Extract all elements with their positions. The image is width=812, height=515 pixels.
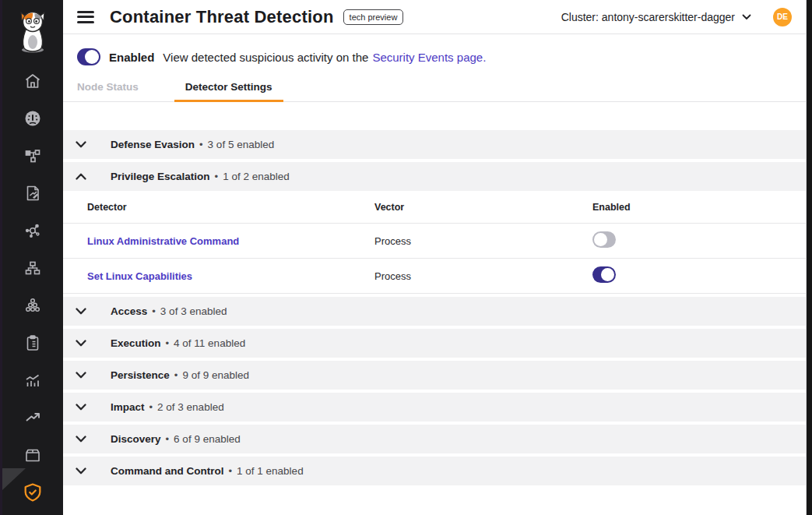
policies-document-icon: [23, 184, 42, 203]
accordion-section: Impact•2 of 3 enabled: [63, 393, 806, 422]
sidebar-item-service-graph[interactable]: [2, 137, 63, 175]
home-icon: [23, 72, 42, 90]
security-events-link[interactable]: Security Events page.: [372, 51, 486, 64]
sidebar-item-timeline[interactable]: [2, 362, 63, 399]
tech-preview-badge: tech preview: [343, 9, 404, 25]
column-header: Detector: [87, 202, 374, 213]
accordion-section: Command and Control•1 of 1 enabled: [63, 457, 806, 485]
sidebar-item-topology[interactable]: [2, 249, 63, 287]
accordion-header-access[interactable]: Access•3 of 3 enabled: [63, 297, 806, 326]
chevron-down-icon: [742, 14, 751, 20]
section-enabled-count: 3 of 3 enabled: [160, 305, 227, 317]
accordion-section: Execution•4 of 11 enabled: [63, 329, 806, 358]
accordion-header-privilege-escalation[interactable]: Privilege Escalation•1 of 2 enabled: [63, 162, 806, 191]
chevron-down-icon: [76, 340, 86, 347]
section-name: Persistence: [111, 369, 170, 381]
cluster-selector[interactable]: Cluster: antony-scarerskitter-dagger: [561, 11, 751, 23]
chevron-down-icon: [76, 372, 86, 379]
detector-enabled-toggle[interactable]: [592, 231, 616, 248]
section-name: Impact: [111, 401, 145, 413]
image-assurance-box-icon: [23, 446, 42, 464]
section-enabled-count: 4 of 11 enabled: [174, 337, 245, 349]
chevron-down-icon: [76, 467, 86, 474]
section-enabled-count: 6 of 9 enabled: [174, 433, 241, 445]
section-name: Command and Control: [111, 465, 224, 477]
section-enabled-count: 3 of 5 enabled: [208, 139, 275, 150]
sidebar-item-network-sets[interactable]: [2, 212, 63, 249]
section-name: Discovery: [111, 433, 161, 445]
accordion-section: Access•3 of 3 enabled: [63, 297, 806, 326]
detection-enabled-toggle[interactable]: [77, 48, 100, 65]
sidebar: [0, 0, 63, 515]
app-window: Container Threat Detection tech preview …: [0, 0, 812, 515]
section-name: Privilege Escalation: [111, 171, 210, 182]
bullet-separator: •: [215, 171, 219, 182]
compliance-clipboard-icon: [23, 333, 42, 352]
main-panel: Container Threat Detection tech preview …: [63, 0, 807, 515]
column-header: Vector: [374, 202, 592, 213]
tab-bar: Node Status Detector Settings: [63, 81, 806, 101]
accordion-section: Discovery•6 of 9 enabled: [63, 425, 806, 453]
accordion-section: Privilege Escalation•1 of 2 enabledDetec…: [63, 162, 806, 294]
menu-toggle-button[interactable]: [77, 11, 94, 23]
service-graph-icon: [23, 146, 42, 165]
enabled-description: View detected suspicious activity on the: [163, 51, 368, 64]
accordion-header-execution[interactable]: Execution•4 of 11 enabled: [63, 329, 806, 358]
bullet-separator: •: [166, 337, 170, 349]
cluster-selector-label: Cluster: antony-scarerskitter-dagger: [561, 11, 735, 23]
subheader: Enabled View detected suspicious activit…: [63, 34, 806, 102]
accordion-header-discovery[interactable]: Discovery•6 of 9 enabled: [63, 425, 806, 453]
timeline-chart-icon: [23, 371, 42, 390]
sidebar-corner-fold: [2, 468, 26, 490]
chevron-down-icon: [76, 141, 86, 148]
accordion-header-defense-evasion[interactable]: Defense Evasion•3 of 5 enabled: [63, 130, 806, 159]
sidebar-item-endpoints[interactable]: [2, 287, 63, 324]
detector-table-header: DetectorVectorEnabled: [63, 191, 806, 224]
tab-detector-settings[interactable]: Detector Settings: [174, 81, 283, 101]
detector-table: DetectorVectorEnabledLinux Administrativ…: [63, 191, 806, 294]
detector-link[interactable]: Set Linux Capabilities: [87, 270, 374, 282]
enabled-label: Enabled: [109, 51, 154, 64]
sidebar-item-dashboard[interactable]: [2, 100, 63, 137]
tab-node-status[interactable]: Node Status: [66, 81, 149, 101]
accordion-header-command-and-control[interactable]: Command and Control•1 of 1 enabled: [63, 457, 806, 485]
page-title: Container Threat Detection: [110, 7, 334, 27]
topology-icon: [23, 259, 42, 277]
bullet-separator: •: [152, 305, 156, 317]
accordion-section: Defense Evasion•3 of 5 enabled: [63, 130, 806, 159]
sidebar-item-home[interactable]: [2, 62, 63, 100]
detector-vector: Process: [374, 235, 592, 247]
network-nodes-icon: [23, 221, 42, 240]
chevron-down-icon: [76, 436, 86, 443]
section-enabled-count: 1 of 2 enabled: [223, 171, 290, 182]
detector-accordion-list: Defense Evasion•3 of 5 enabledPrivilege …: [63, 102, 806, 515]
window-edge-strip: [807, 0, 812, 515]
bullet-separator: •: [199, 139, 203, 150]
detector-row: Linux Administrative CommandProcess: [63, 224, 806, 259]
bullet-separator: •: [174, 369, 178, 381]
dashboard-gauge-icon: [23, 109, 42, 128]
calico-logo[interactable]: [2, 0, 63, 62]
bullet-separator: •: [229, 465, 233, 477]
sidebar-item-compliance[interactable]: [2, 324, 63, 362]
sidebar-item-policies[interactable]: [2, 175, 63, 212]
column-header: Enabled: [592, 202, 806, 213]
section-enabled-count: 2 of 3 enabled: [157, 401, 224, 413]
hamburger-icon: [77, 11, 94, 13]
detector-row: Set Linux CapabilitiesProcess: [63, 259, 806, 294]
accordion-section: Persistence•9 of 9 enabled: [63, 361, 806, 390]
section-enabled-count: 1 of 1 enabled: [237, 465, 304, 477]
calico-cat-logo-image: [15, 8, 51, 55]
accordion-header-persistence[interactable]: Persistence•9 of 9 enabled: [63, 361, 806, 390]
topbar: Container Threat Detection tech preview …: [63, 0, 806, 34]
detector-enabled-toggle[interactable]: [592, 266, 616, 283]
detector-link[interactable]: Linux Administrative Command: [87, 235, 374, 247]
chevron-down-icon: [76, 308, 86, 315]
detector-vector: Process: [374, 270, 592, 282]
section-name: Defense Evasion: [111, 139, 195, 150]
sidebar-item-activity[interactable]: [2, 399, 63, 436]
accordion-header-impact[interactable]: Impact•2 of 3 enabled: [63, 393, 806, 422]
chevron-up-icon: [76, 173, 86, 180]
user-avatar[interactable]: DE: [773, 8, 792, 26]
bullet-separator: •: [149, 401, 153, 413]
